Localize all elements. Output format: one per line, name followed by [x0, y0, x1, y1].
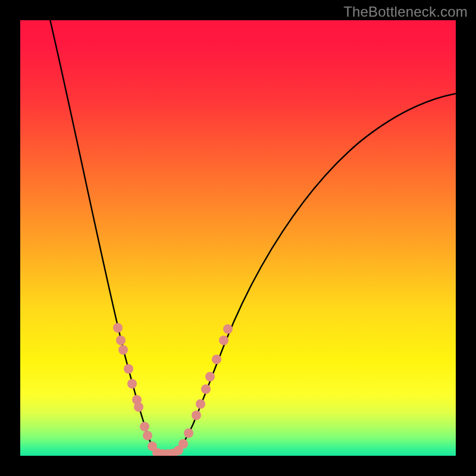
data-point	[116, 336, 126, 345]
plot-area	[20, 20, 456, 456]
dots-right-group	[178, 324, 233, 449]
data-point	[113, 323, 123, 333]
curve-layer	[20, 20, 456, 456]
curve-right-branch	[174, 93, 456, 455]
data-point	[184, 428, 193, 438]
curve-left-branch	[49, 20, 158, 455]
data-point	[223, 324, 233, 334]
data-point	[140, 422, 149, 431]
data-point	[124, 364, 133, 374]
data-point	[219, 336, 228, 345]
data-point	[143, 431, 152, 440]
dots-left-group	[113, 323, 157, 451]
data-point	[212, 355, 221, 364]
data-point	[134, 402, 143, 412]
data-point	[201, 384, 211, 394]
data-point	[118, 345, 128, 355]
data-point	[127, 379, 137, 389]
data-point	[196, 399, 205, 409]
watermark-text: TheBottleneck.com	[343, 4, 468, 20]
data-point	[174, 446, 183, 455]
data-point	[192, 411, 201, 420]
chart-frame: TheBottleneck.com	[0, 0, 476, 476]
data-point	[205, 372, 215, 381]
